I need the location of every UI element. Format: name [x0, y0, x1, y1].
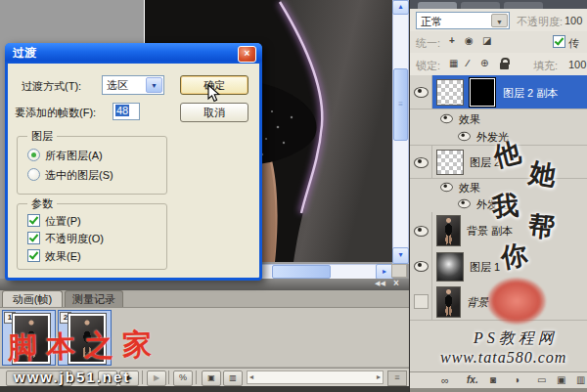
- radio-selected-layers-label[interactable]: 选中的图层(S): [45, 168, 113, 183]
- scroll-up-button[interactable]: ▴: [392, 0, 409, 15]
- scroll-down-button[interactable]: ▾: [392, 247, 409, 264]
- delete-frame-button[interactable]: ▥: [223, 370, 243, 386]
- layer-thumbnail[interactable]: [436, 79, 464, 106]
- blend-mode-value: 正常: [421, 16, 442, 27]
- layers-groupbox: 图层 所有图层(A) 选中的图层(S): [17, 136, 167, 195]
- layer-name[interactable]: 背景: [467, 295, 488, 310]
- unify-visibility-icon[interactable]: ◉: [465, 35, 474, 47]
- layer-row-selected[interactable]: 图层 2 副本: [410, 75, 587, 109]
- eye-icon[interactable]: [458, 132, 471, 141]
- watermark-jb51-url: www.jb51.net: [14, 369, 130, 385]
- eye-icon[interactable]: [414, 261, 429, 272]
- panel-tabs-strip: [410, 0, 587, 9]
- dialog-titlebar[interactable]: 过渡: [5, 43, 262, 64]
- tween-dialog: 过渡 × 过渡方式(T): 选区 ▼ 确定 要添加的帧数(F): 48 取消 图…: [5, 43, 262, 281]
- watermark-char: 帮: [526, 208, 557, 246]
- visibility-cell[interactable]: [410, 75, 432, 109]
- eye-icon[interactable]: [414, 226, 429, 237]
- tween-mode-label: 过渡方式(T):: [22, 79, 81, 94]
- parameters-groupbox: 参数 位置(P) 不透明度(O) 效果(E): [17, 203, 167, 270]
- radio-all-layers-label[interactable]: 所有图层(A): [45, 149, 103, 163]
- link-layers-icon[interactable]: ∞: [441, 374, 449, 386]
- cancel-button[interactable]: 取消: [180, 103, 248, 122]
- frames-count-label: 要添加的帧数(F):: [15, 106, 96, 120]
- effects-label: 效果: [459, 112, 480, 127]
- adjustment-layer-icon[interactable]: ◑: [514, 374, 519, 386]
- blend-mode-select[interactable]: 正常 ▼: [416, 12, 510, 29]
- chevron-down-icon[interactable]: ▼: [146, 77, 162, 93]
- layer-thumbnail[interactable]: [436, 215, 461, 246]
- v-scroll-thumb[interactable]: ≡: [393, 68, 408, 141]
- close-icon[interactable]: ×: [238, 46, 256, 63]
- layer-thumbnail[interactable]: [436, 150, 464, 175]
- panel-close-icon[interactable]: ×: [393, 278, 399, 288]
- radio-all-layers[interactable]: [27, 149, 40, 161]
- layer-row[interactable]: 图层 1: [410, 248, 587, 284]
- layer-thumbnail[interactable]: [436, 252, 464, 282]
- unify-position-icon[interactable]: +: [449, 35, 455, 47]
- group-folder-icon[interactable]: ▭: [537, 374, 546, 386]
- tween-mode-select[interactable]: 选区 ▼: [102, 75, 164, 95]
- delete-layer-icon[interactable]: ▥: [576, 374, 585, 386]
- visibility-cell[interactable]: [410, 248, 432, 283]
- unify-label: 统一:: [416, 36, 440, 51]
- next-frame-button[interactable]: ▶: [147, 370, 166, 386]
- tween-button[interactable]: %: [173, 370, 193, 386]
- layer-mask-thumbnail[interactable]: [470, 78, 495, 107]
- visibility-cell[interactable]: [410, 283, 432, 320]
- unify-style-icon[interactable]: ◪: [482, 35, 491, 47]
- lock-transparency-icon[interactable]: ▦: [449, 58, 458, 69]
- visibility-cell[interactable]: [410, 212, 432, 248]
- fill-label: 填充:: [533, 59, 558, 73]
- eye-icon[interactable]: [440, 183, 453, 192]
- eye-icon[interactable]: [440, 114, 453, 123]
- scroll-right-icon[interactable]: ▸: [377, 372, 381, 381]
- tab-measurement-log[interactable]: 测量记录: [65, 290, 123, 307]
- new-layer-icon[interactable]: ▣: [557, 374, 565, 386]
- watermark-tata-site: PS教程网: [474, 328, 558, 349]
- eye-empty-well[interactable]: [414, 294, 429, 309]
- mouse-cursor: [207, 84, 223, 104]
- layer-name[interactable]: 图层 2 副本: [503, 86, 558, 101]
- visibility-cell[interactable]: [410, 146, 432, 178]
- layers-toolbar: ∞ fx. ◙ ◑ ▭ ▣ ▥: [410, 371, 587, 389]
- radio-selected-layers[interactable]: [27, 168, 40, 181]
- effects-row[interactable]: 效果: [410, 109, 587, 127]
- chevron-down-icon[interactable]: ▼: [491, 14, 508, 27]
- duplicate-frame-button[interactable]: ▣: [202, 370, 221, 386]
- tab-animation-frames[interactable]: 动画(帧): [2, 290, 63, 307]
- frames-count-input[interactable]: 48: [113, 103, 140, 120]
- eye-icon[interactable]: [414, 157, 429, 168]
- layer-name[interactable]: 背景 副本: [467, 224, 513, 239]
- layer-name[interactable]: 图层 1: [470, 260, 500, 275]
- propagate-label: 传: [568, 36, 579, 51]
- collapse-icon[interactable]: ◀◀: [375, 280, 385, 287]
- layer-style-fx-icon[interactable]: fx.: [467, 374, 478, 386]
- position-checkbox[interactable]: [27, 214, 40, 227]
- layer-thumbnail[interactable]: [436, 286, 461, 318]
- tween-mode-value: 选区: [107, 79, 128, 91]
- h-scroll-thumb[interactable]: [272, 265, 331, 279]
- lock-all-icon[interactable]: [500, 63, 509, 69]
- opacity-value[interactable]: 100: [564, 15, 582, 26]
- opacity-checkbox[interactable]: [27, 232, 40, 244]
- fill-value[interactable]: 100: [568, 59, 586, 70]
- effects-checkbox-label[interactable]: 效果(E): [45, 249, 81, 264]
- position-checkbox-label[interactable]: 位置(P): [45, 214, 81, 229]
- lock-position-icon[interactable]: ⊕: [480, 58, 488, 69]
- lock-row: 锁定: ▦ ∕ ⊕ 填充: 100: [410, 53, 587, 76]
- watermark-char: 我: [490, 188, 520, 226]
- scroll-left-icon[interactable]: ◂: [249, 372, 253, 381]
- resize-grip[interactable]: [391, 264, 407, 278]
- eye-icon[interactable]: [458, 199, 471, 208]
- add-mask-icon[interactable]: ◙: [490, 374, 496, 386]
- opacity-checkbox-label[interactable]: 不透明度(O): [45, 232, 104, 246]
- propagate-checkbox[interactable]: [553, 35, 565, 48]
- eye-icon[interactable]: [414, 87, 429, 98]
- effects-checkbox[interactable]: [27, 249, 40, 262]
- frames-scrollbar[interactable]: ◂ ▸: [247, 370, 384, 384]
- blend-mode-row: 正常 ▼ 不透明度: 100: [410, 9, 587, 32]
- panel-grip[interactable]: ≡: [387, 370, 407, 386]
- lock-label: 锁定:: [416, 59, 440, 73]
- lock-paint-icon[interactable]: ∕: [467, 58, 469, 69]
